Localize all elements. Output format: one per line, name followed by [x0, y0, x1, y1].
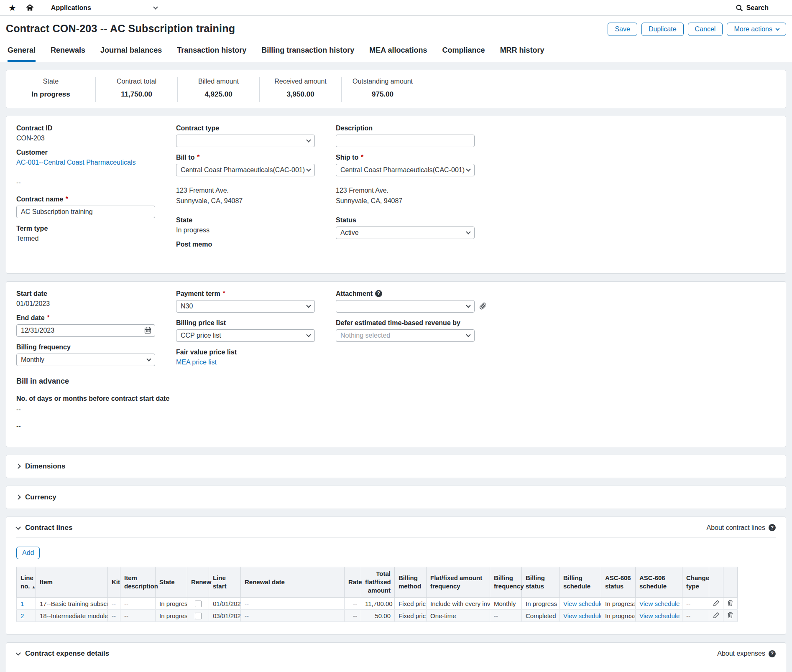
tab-mrr-history[interactable]: MRR history	[500, 46, 544, 62]
billing-price-list-select[interactable]: CCP price list	[176, 329, 315, 342]
more-actions-button[interactable]: More actions	[727, 23, 786, 36]
end-date-input[interactable]	[16, 324, 155, 337]
delete-trash-icon[interactable]	[727, 600, 733, 606]
col-asc606-status[interactable]: ASC-606 status	[601, 567, 636, 598]
chevron-down-icon[interactable]	[15, 524, 21, 530]
tab-billing-transaction-history[interactable]: Billing transaction history	[261, 46, 354, 62]
view-billing-schedule-link[interactable]: View schedule	[563, 600, 601, 607]
search-label: Search	[746, 4, 769, 12]
col-line-start[interactable]: Line start	[209, 567, 241, 598]
chevron-down-icon	[306, 332, 311, 337]
tab-transaction-history[interactable]: Transaction history	[177, 46, 246, 62]
description-label: Description	[336, 125, 776, 132]
customer-label: Customer	[16, 149, 176, 156]
about-contract-lines-link[interactable]: About contract lines ?	[706, 524, 776, 532]
view-asc606-schedule-link[interactable]: View schedule 1	[639, 612, 682, 619]
status-select[interactable]: Active	[336, 227, 475, 239]
attachment-label: Attachment ?	[336, 290, 776, 298]
view-billing-schedule-link[interactable]: View schedule	[563, 612, 601, 619]
dimensions-section-toggle[interactable]: Dimensions	[6, 455, 786, 478]
col-billing-status[interactable]: Billing status	[522, 567, 560, 598]
col-item-description[interactable]: Item description	[120, 567, 156, 598]
paperclip-icon[interactable]	[479, 302, 487, 311]
home-icon[interactable]	[26, 3, 34, 12]
billing-price-list-label: Billing price list	[176, 319, 336, 327]
col-state[interactable]: State	[156, 567, 187, 598]
tab-journal-balances[interactable]: Journal balances	[100, 46, 162, 62]
contract-type-select[interactable]	[176, 135, 315, 147]
col-total-flat-fixed[interactable]: Total flat/fixed amount	[361, 567, 395, 598]
ship-to-select[interactable]: Central Coast Pharmaceuticals(CAC-001)	[336, 164, 475, 176]
end-date-label: End date*	[16, 314, 176, 322]
bill-to-select[interactable]: Central Coast Pharmaceuticals(CAC-001)	[176, 164, 315, 176]
col-asc606-schedule[interactable]: ASC-606 schedule	[636, 567, 682, 598]
line-number-link[interactable]: 2	[20, 612, 24, 619]
defer-revenue-label: Defer estimated time-based revenue by	[336, 319, 776, 327]
tab-bar: General Renewals Journal balances Transa…	[6, 46, 786, 62]
col-billing-method[interactable]: Billing method	[395, 567, 427, 598]
col-renewal-date[interactable]: Renewal date	[241, 567, 345, 598]
view-asc606-schedule-link[interactable]: View schedule 1	[639, 600, 682, 607]
col-rate[interactable]: Rate	[345, 567, 361, 598]
duplicate-button[interactable]: Duplicate	[641, 23, 684, 36]
required-asterisk: *	[197, 153, 199, 160]
search-icon	[736, 4, 743, 12]
payment-term-select[interactable]: N30	[176, 300, 315, 313]
col-change-type[interactable]: Change type	[682, 567, 709, 598]
tab-mea-allocations[interactable]: MEA allocations	[369, 46, 427, 62]
defer-revenue-select[interactable]: Nothing selected	[336, 329, 475, 342]
col-item[interactable]: Item	[36, 567, 108, 598]
tab-compliance[interactable]: Compliance	[442, 46, 485, 62]
terms-card: Start date 01/01/2023 End date* Billing …	[6, 281, 786, 447]
term-type-value: Termed	[16, 235, 176, 242]
chevron-down-icon[interactable]	[15, 650, 21, 656]
chevron-down-icon	[146, 356, 151, 361]
col-line-no[interactable]: Line no.▲	[17, 567, 36, 598]
state-value: In progress	[176, 227, 336, 234]
contract-id-value: CON-203	[16, 135, 176, 142]
global-search[interactable]: Search	[736, 4, 769, 12]
status-label: Status	[336, 216, 776, 224]
add-contract-line-button[interactable]: Add	[16, 547, 40, 559]
edit-pencil-icon[interactable]	[713, 600, 720, 606]
line-number-link[interactable]: 1	[20, 600, 24, 607]
summary-outstanding-amount: Outstanding amount 975.00	[342, 77, 424, 102]
about-expenses-link[interactable]: About expenses ?	[717, 650, 776, 657]
attachment-select[interactable]	[336, 300, 475, 313]
ship-to-label: Ship to*	[336, 154, 776, 161]
contract-name-input[interactable]	[16, 206, 155, 218]
tab-general[interactable]: General	[8, 46, 36, 62]
col-billing-schedule[interactable]: Billing schedule	[560, 567, 601, 598]
summary-contract-total: Contract total 11,750.00	[96, 77, 178, 102]
page-header: Contract CON-203 -- AC Subscription trai…	[0, 16, 792, 62]
col-billing-frequency[interactable]: Billing frequency	[490, 567, 522, 598]
favorites-star-icon[interactable]: ★	[8, 3, 16, 13]
chevron-down-icon	[466, 167, 470, 171]
chevron-down-icon	[306, 303, 311, 308]
billing-frequency-select[interactable]: Monthly	[16, 354, 155, 366]
cancel-button[interactable]: Cancel	[688, 23, 723, 36]
col-kit[interactable]: Kit	[108, 567, 120, 598]
expense-details-title: Contract expense details	[25, 649, 109, 658]
save-button[interactable]: Save	[608, 23, 637, 36]
term-type-label: Term type	[16, 225, 176, 232]
chevron-down-icon	[306, 137, 311, 142]
renew-checkbox[interactable]	[195, 601, 202, 607]
col-edit	[709, 567, 723, 598]
col-renew[interactable]: Renew	[187, 567, 209, 598]
applications-menu[interactable]: Applications	[51, 4, 157, 12]
delete-trash-icon[interactable]	[727, 612, 733, 619]
renew-checkbox[interactable]	[195, 613, 202, 619]
tab-renewals[interactable]: Renewals	[51, 46, 85, 62]
summary-billed-amount: Billed amount 4,925.00	[178, 77, 260, 102]
chevron-down-icon	[153, 5, 158, 9]
help-icon[interactable]: ?	[375, 290, 382, 297]
description-input[interactable]	[336, 135, 475, 147]
sort-ascending-icon: ▲	[32, 585, 36, 589]
currency-section-toggle[interactable]: Currency	[6, 486, 786, 509]
mea-price-list-link[interactable]: MEA price list	[176, 359, 217, 366]
calendar-icon[interactable]	[144, 327, 151, 334]
col-flat-fixed-frequency[interactable]: Flat/fixed amount frequency	[427, 567, 490, 598]
edit-pencil-icon[interactable]	[713, 612, 720, 619]
customer-link[interactable]: AC-001--Central Coast Pharmaceuticals	[16, 159, 135, 166]
